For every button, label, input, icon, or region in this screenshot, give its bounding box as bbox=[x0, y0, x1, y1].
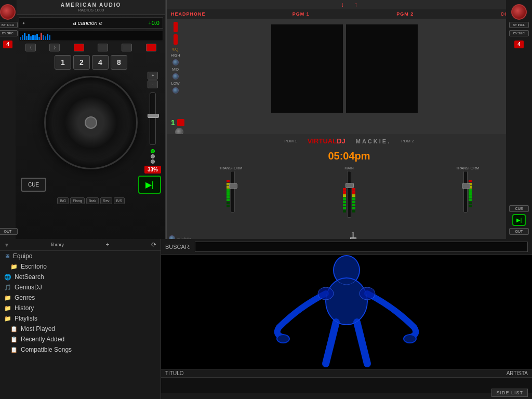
btn-3[interactable] bbox=[74, 44, 84, 51]
sidebar-label-netsearch: NetSearch bbox=[15, 273, 44, 281]
left-btn-2[interactable]: BY SEC bbox=[0, 30, 18, 36]
list-icon-recentlyadded: 📋 bbox=[10, 336, 18, 343]
folder-icon-genres: 📁 bbox=[4, 295, 11, 301]
right-badge-4: 4 bbox=[514, 41, 524, 48]
function-buttons: B/G Flang Brak Rev B/S bbox=[17, 196, 165, 206]
mixer-logo-area: PDM 1 VIRTUALDJ MACKIE. PDM 2 bbox=[167, 134, 531, 148]
bs-btn[interactable]: B/S bbox=[114, 197, 125, 204]
sidebar-item-mostplayed[interactable]: 📋 Most Played bbox=[0, 324, 161, 334]
number-buttons: 1 2 4 8 bbox=[17, 53, 165, 72]
left-badge-4: 4 bbox=[3, 41, 12, 48]
btn-6[interactable] bbox=[146, 44, 156, 51]
left-top-knob[interactable] bbox=[0, 4, 16, 20]
left-strip: BY INCH BY SEC 4 OUT bbox=[0, 0, 16, 239]
transform-label-right: TRANSFORM bbox=[456, 166, 479, 170]
col-titulo: TITULO bbox=[165, 370, 184, 376]
sidebar-item-geniusdj[interactable]: 🎵 GeniusDJ bbox=[0, 282, 161, 292]
sidebar-label-playlists: Playlists bbox=[15, 315, 37, 322]
mixer-header-row: HEADPHONE PGM 1 PGM 2 CONTROL bbox=[167, 9, 531, 19]
eq-low-left[interactable] bbox=[172, 87, 179, 94]
sidebar-item-genres[interactable]: 📁 Genres bbox=[0, 292, 161, 303]
sidebar-label-history: History bbox=[15, 304, 34, 312]
left-turntable[interactable] bbox=[44, 76, 138, 169]
search-input[interactable] bbox=[195, 242, 528, 252]
visualization-area bbox=[161, 255, 532, 369]
loop-btn-2[interactable]: ⟩ bbox=[49, 44, 60, 51]
right-btn-2[interactable]: BY SEC bbox=[509, 30, 529, 36]
add-icon[interactable]: + bbox=[105, 241, 109, 248]
pgm2-bottom: PDM 2 bbox=[401, 139, 414, 143]
fader-group-left: TRANSFORM bbox=[219, 166, 242, 227]
svg-point-2 bbox=[277, 335, 289, 343]
sidebar-item-compatiblesongs[interactable]: 📋 Compatible Songs bbox=[0, 344, 161, 355]
right-btn-1[interactable]: BY INCH bbox=[509, 22, 529, 28]
headphone-label: HEADPHONE bbox=[171, 11, 206, 17]
btn-5[interactable] bbox=[122, 44, 132, 51]
arrow-down-icon: ↓ bbox=[341, 1, 344, 8]
arrow-up-icon: ↑ bbox=[354, 1, 357, 8]
tempo-down[interactable]: - bbox=[148, 81, 158, 88]
sidebar-label-mostplayed: Most Played bbox=[21, 325, 55, 332]
brak-btn[interactable]: Brak bbox=[86, 197, 99, 204]
track-display: ● a canción e +0.0 bbox=[19, 17, 163, 29]
rev-btn[interactable]: Rev bbox=[100, 197, 112, 204]
small-buttons-row: ⟨ ⟩ bbox=[17, 42, 165, 53]
eq-high-left[interactable] bbox=[172, 59, 179, 65]
loop-btn[interactable]: ⟨ bbox=[25, 44, 36, 51]
tempo-up[interactable]: + bbox=[148, 72, 158, 79]
right-top-knob[interactable] bbox=[511, 4, 527, 20]
sidebar-item-playlists[interactable]: 📁 Playlists bbox=[0, 313, 161, 324]
pgm1-label: PGM 1 bbox=[292, 11, 310, 17]
left-deck-header: AMERICAN AUDIO RADIUS 1000 bbox=[17, 0, 165, 15]
left-eq-indicator-2 bbox=[174, 34, 178, 45]
waveform-screens bbox=[269, 22, 420, 115]
fader-main[interactable] bbox=[347, 171, 351, 218]
num-2[interactable]: 2 bbox=[73, 55, 90, 70]
flang-btn[interactable]: Flang bbox=[70, 197, 85, 204]
fader-group-main: MAIN bbox=[343, 166, 355, 227]
model-name: RADIUS 1000 bbox=[21, 8, 161, 12]
sidebar-label-geniusdj: GeniusDJ bbox=[15, 284, 42, 291]
num-4[interactable]: 4 bbox=[92, 55, 109, 70]
sidebar-label-equipo: Equipo bbox=[13, 252, 32, 260]
sidebar-item-netsearch[interactable]: 🌐 NetSearch bbox=[0, 272, 161, 282]
refresh-icon[interactable]: ⟳ bbox=[151, 241, 156, 248]
left-btn-1[interactable]: BY INCH bbox=[0, 22, 18, 28]
virtualdj-logo: VIRTUALDJ bbox=[308, 137, 345, 145]
net-icon: 🌐 bbox=[4, 274, 11, 281]
fader-right[interactable] bbox=[463, 171, 468, 212]
sidebar-item-escritorio[interactable]: 📁 Escritorio bbox=[0, 261, 161, 272]
sidebar-item-recentlyadded[interactable]: 📋 Recently Added bbox=[0, 334, 161, 344]
fader-group-right: TRANSFORM bbox=[456, 166, 479, 227]
right-cue-btn[interactable]: CUE bbox=[509, 205, 529, 212]
mixer-top: HEADPHONE PGM 1 PGM 2 CONTROL EQ HIGH MI… bbox=[167, 9, 531, 134]
fader-left[interactable] bbox=[231, 171, 235, 212]
tempo-slider[interactable] bbox=[150, 92, 156, 145]
side-list-button[interactable]: SIDE LIST bbox=[491, 389, 528, 397]
search-label: BUSCAR: bbox=[165, 244, 191, 250]
track-bpm: +0.0 bbox=[148, 20, 159, 26]
bg-btn[interactable]: B/G bbox=[57, 197, 69, 204]
mackie-logo: MACKIE. bbox=[356, 138, 391, 144]
eq-mid-left[interactable] bbox=[172, 73, 179, 79]
num-1[interactable]: 1 bbox=[55, 55, 71, 70]
cue-button[interactable]: CUE bbox=[21, 178, 46, 192]
num-8[interactable]: 8 bbox=[111, 55, 127, 70]
left-out-btn[interactable]: OUT bbox=[0, 228, 18, 235]
list-icon-mostplayed: 📋 bbox=[10, 326, 18, 332]
sidebar-item-equipo[interactable]: 🖥 Equipo bbox=[0, 251, 161, 261]
track-name: a canción e bbox=[73, 20, 102, 26]
pgm2-label: PGM 2 bbox=[396, 11, 414, 17]
btn-4[interactable] bbox=[98, 44, 108, 51]
right-play-btn[interactable]: ▶| bbox=[512, 214, 526, 226]
pitch-percent: 33% bbox=[144, 166, 161, 174]
list-icon-compatiblesongs: 📋 bbox=[10, 347, 18, 353]
human-figure-svg bbox=[269, 255, 424, 369]
center-mixer: ↓ ↑ HEADPHONE PGM 1 PGM 2 CONTROL EQ HIG… bbox=[166, 0, 532, 239]
play-button[interactable]: ▶| bbox=[138, 176, 161, 194]
right-strip: BY INCH BY SEC 4 CUE ▶| OUT bbox=[506, 0, 532, 239]
turntable-area: + - 33% bbox=[17, 72, 165, 174]
sidebar-item-history[interactable]: 📁 History bbox=[0, 303, 161, 313]
mixer-faders: TRANSFORM bbox=[167, 164, 531, 229]
right-out-btn[interactable]: OUT bbox=[509, 228, 529, 235]
